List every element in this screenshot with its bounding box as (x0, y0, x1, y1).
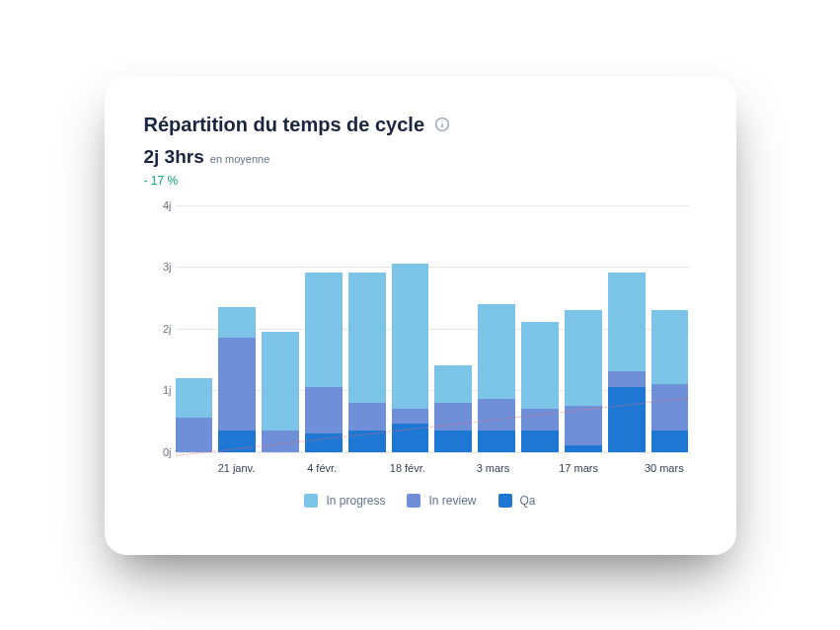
legend-item-qa[interactable]: Qa (498, 494, 536, 508)
legend-swatch (498, 494, 512, 508)
bar-segment-in_review (521, 409, 559, 431)
y-tick-label: 0j (148, 446, 172, 458)
bar-segment-in_progress (651, 310, 689, 384)
bar[interactable] (305, 205, 343, 452)
bar-segment-qa (348, 431, 386, 452)
x-tick-label: 21 janv. (215, 462, 258, 474)
bar-segment-in_progress (262, 332, 299, 431)
bar-segment-qa (392, 424, 429, 451)
metric-delta: - 17 % (144, 174, 697, 188)
bar-segment-in_review (392, 409, 429, 425)
y-tick-label: 2j (148, 323, 172, 335)
x-tick-label: 30 mars (643, 462, 685, 474)
legend-label: In review (428, 494, 476, 508)
bar[interactable] (565, 205, 602, 452)
bar-segment-in_progress (478, 304, 515, 400)
bar-segment-in_review (262, 431, 299, 452)
legend-swatch (407, 494, 420, 508)
legend-swatch (304, 494, 318, 508)
bar[interactable] (348, 205, 386, 452)
bar-segment-in_review (478, 399, 515, 430)
bar-segment-in_review (651, 384, 689, 431)
bar-segment-in_progress (392, 264, 429, 409)
bar-segment-qa (478, 431, 515, 452)
bar-segment-in_progress (608, 273, 646, 371)
x-tick-label: 4 févr. (300, 462, 343, 474)
bar[interactable] (176, 205, 213, 452)
chart-plot: 0j1j2j3j4j .21 janv..4 févr..18 févr..3 … (144, 205, 697, 492)
metric-value: 2j 3hrs (144, 146, 204, 168)
bar-segment-qa (218, 431, 256, 452)
bar-segment-qa (305, 433, 343, 452)
bar-segment-in_progress (176, 378, 213, 419)
bar-segment-in_review (218, 338, 256, 431)
legend-item-in_progress[interactable]: In progress (304, 494, 385, 508)
legend-label: Qa (520, 494, 536, 508)
bar[interactable] (478, 205, 515, 452)
legend-label: In progress (326, 494, 385, 508)
plot-area: 0j1j2j3j4j (176, 205, 689, 452)
metric-row: 2j 3hrs en moyenne (144, 146, 697, 168)
bar[interactable] (651, 205, 689, 452)
x-tick-label: 17 mars (557, 462, 599, 474)
bar-segment-in_progress (521, 322, 559, 409)
bar-segment-in_review (434, 403, 472, 431)
x-tick-label: 18 févr. (386, 462, 428, 474)
bar-segment-qa (608, 387, 646, 452)
gridline (176, 452, 689, 453)
chart-legend: In progressIn reviewQa (144, 494, 697, 508)
bar-segment-in_review (176, 418, 213, 451)
bar[interactable] (392, 205, 429, 452)
bar[interactable] (521, 205, 559, 452)
bar-segment-qa (651, 431, 689, 452)
bar[interactable] (608, 205, 646, 452)
page-title: Répartition du temps de cycle (144, 114, 425, 136)
x-tick-label: 3 mars (472, 462, 514, 474)
bar-segment-qa (565, 445, 602, 451)
metric-suffix: en moyenne (210, 153, 270, 165)
legend-item-in_review[interactable]: In review (407, 494, 476, 508)
bar-segment-in_review (305, 387, 343, 433)
y-tick-label: 4j (148, 199, 172, 211)
info-icon[interactable] (434, 117, 450, 132)
stage: Répartition du temps de cycle 2j 3hrs en… (0, 0, 840, 630)
y-tick-label: 3j (148, 261, 172, 273)
chart-card: Répartition du temps de cycle 2j 3hrs en… (105, 76, 736, 555)
bar-segment-in_review (608, 371, 646, 387)
bar-segment-in_progress (348, 273, 386, 402)
bar-segment-qa (521, 431, 559, 452)
bar-segment-qa (434, 431, 472, 452)
bar-segment-in_progress (305, 273, 343, 387)
title-row: Répartition du temps de cycle (144, 114, 697, 136)
y-tick-label: 1j (148, 384, 172, 396)
bar[interactable] (262, 205, 299, 452)
svg-point-2 (441, 120, 442, 121)
bar-segment-in_review (348, 403, 386, 431)
bar-segment-in_review (565, 406, 602, 446)
bar-segment-in_progress (218, 307, 256, 338)
bar[interactable] (434, 205, 472, 452)
x-axis-labels: .21 janv..4 févr..18 févr..3 mars.17 mar… (176, 462, 689, 474)
bars-container (176, 205, 689, 452)
bar[interactable] (218, 205, 256, 452)
bar-segment-in_progress (565, 310, 602, 406)
bar-segment-in_progress (434, 365, 472, 403)
